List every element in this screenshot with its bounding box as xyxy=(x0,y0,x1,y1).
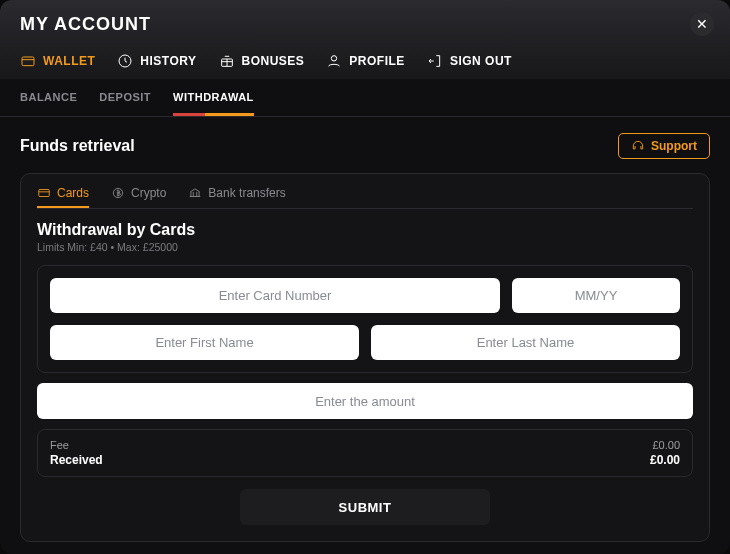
section-title: Funds retrieval xyxy=(20,137,135,155)
close-button[interactable]: ✕ xyxy=(690,12,714,36)
subtab-deposit[interactable]: DEPOSIT xyxy=(99,79,151,116)
crypto-icon xyxy=(111,186,125,200)
paytab-crypto-label: Crypto xyxy=(131,186,166,200)
account-modal: ✕ MY ACCOUNT WALLET HISTORY BONUSES PROF… xyxy=(0,0,730,554)
paytab-crypto[interactable]: Crypto xyxy=(111,186,166,200)
support-button[interactable]: Support xyxy=(618,133,710,159)
subtab-withdrawal[interactable]: WITHDRAWAL xyxy=(173,79,254,116)
paytab-cards-label: Cards xyxy=(57,186,89,200)
submit-button[interactable]: SUBMIT xyxy=(240,489,490,525)
card-icon xyxy=(37,186,51,200)
paytab-cards[interactable]: Cards xyxy=(37,186,89,208)
fee-label: Fee xyxy=(50,439,69,451)
headset-icon xyxy=(631,139,645,153)
tab-profile-label: PROFILE xyxy=(349,54,405,68)
fee-value: £0.00 xyxy=(652,439,680,451)
tab-wallet-label: WALLET xyxy=(43,54,95,68)
page-title: MY ACCOUNT xyxy=(20,14,710,35)
svg-rect-4 xyxy=(39,190,50,197)
tab-history-label: HISTORY xyxy=(140,54,196,68)
profile-icon xyxy=(326,53,342,69)
section-head: Funds retrieval Support xyxy=(20,133,710,159)
bonus-icon xyxy=(219,53,235,69)
wallet-subtabs: BALANCE DEPOSIT WITHDRAWAL xyxy=(0,79,730,117)
received-value: £0.00 xyxy=(650,453,680,467)
main-tabs: WALLET HISTORY BONUSES PROFILE SIGN OUT xyxy=(20,53,710,79)
submit-label: SUBMIT xyxy=(339,500,392,515)
tab-signout-label: SIGN OUT xyxy=(450,54,512,68)
form-title: Withdrawal by Cards xyxy=(37,221,693,239)
withdrawal-panel: Cards Crypto Bank transfers Withdrawal b… xyxy=(20,173,710,542)
paytab-bank[interactable]: Bank transfers xyxy=(188,186,285,200)
close-icon: ✕ xyxy=(696,16,708,32)
tab-bonuses-label: BONUSES xyxy=(242,54,305,68)
first-name-input[interactable] xyxy=(50,325,359,360)
content-area: Funds retrieval Support Cards Crypto Ban… xyxy=(0,117,730,554)
card-number-input[interactable] xyxy=(50,278,500,313)
bank-icon xyxy=(188,186,202,200)
summary-box: Fee £0.00 Received £0.00 xyxy=(37,429,693,477)
svg-rect-0 xyxy=(22,57,34,66)
payment-method-tabs: Cards Crypto Bank transfers xyxy=(37,186,693,209)
support-label: Support xyxy=(651,139,697,153)
history-icon xyxy=(117,53,133,69)
received-label: Received xyxy=(50,453,103,467)
tab-history[interactable]: HISTORY xyxy=(117,53,196,69)
svg-point-3 xyxy=(332,56,337,61)
tab-signout[interactable]: SIGN OUT xyxy=(427,53,512,69)
subtab-balance[interactable]: BALANCE xyxy=(20,79,77,116)
paytab-bank-label: Bank transfers xyxy=(208,186,285,200)
card-form xyxy=(37,265,693,373)
amount-input[interactable] xyxy=(37,383,693,419)
tab-wallet[interactable]: WALLET xyxy=(20,53,95,69)
card-expiry-input[interactable] xyxy=(512,278,680,313)
wallet-icon xyxy=(20,53,36,69)
limits-text: Limits Min: £40 • Max: £25000 xyxy=(37,241,693,253)
tab-profile[interactable]: PROFILE xyxy=(326,53,405,69)
modal-header: MY ACCOUNT WALLET HISTORY BONUSES PROFIL… xyxy=(0,0,730,79)
signout-icon xyxy=(427,53,443,69)
tab-bonuses[interactable]: BONUSES xyxy=(219,53,305,69)
last-name-input[interactable] xyxy=(371,325,680,360)
